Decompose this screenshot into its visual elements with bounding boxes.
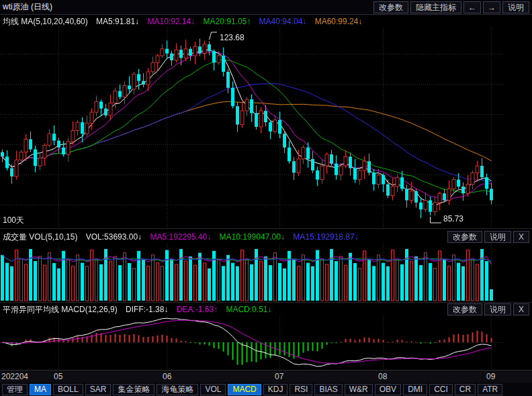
macd-indicator-row: 平滑异同平均线 MACD(12,26,9) DIFF:-1.38↓ DEA:-1… bbox=[3, 304, 277, 315]
ma5-value: MA5:91.81↓ bbox=[96, 17, 139, 26]
vol-change-params-button[interactable]: 改参数 bbox=[447, 231, 482, 243]
ma10-value: MA10:92.14↓ bbox=[147, 17, 195, 26]
scroll-right-icon[interactable]: → bbox=[483, 1, 500, 13]
ma60-value: MA60:99.24↓ bbox=[315, 17, 363, 26]
change-params-button[interactable]: 改参数 bbox=[373, 1, 408, 13]
chart-canvas[interactable] bbox=[0, 0, 532, 396]
vol-ma5-value: MA5:192295.40↓ bbox=[150, 232, 211, 242]
x-axis: 2022040506070809 bbox=[0, 370, 532, 383]
macd-change-params-button[interactable]: 改参数 bbox=[447, 303, 482, 315]
tab-vol[interactable]: VOL bbox=[200, 384, 226, 395]
trading-app-window: wti原油 (日线) 改参数 隐藏主指标 ← → 说明 均线 MA(5,10,2… bbox=[0, 0, 532, 396]
vol-label: 成交量 VOL(5,10,15) bbox=[3, 232, 77, 242]
tab-kdj[interactable]: KDJ bbox=[263, 384, 288, 395]
ma-label: 均线 MA(5,10,20,40,60) bbox=[3, 17, 88, 26]
tab-rsi[interactable]: RSI bbox=[290, 384, 312, 395]
axis-tick: 06 bbox=[163, 372, 171, 381]
ma-indicator-row: 均线 MA(5,10,20,40,60) MA5:91.81↓ MA10:92.… bbox=[3, 16, 368, 28]
axis-tick: 05 bbox=[54, 372, 62, 381]
low-price-label: 85.73 bbox=[443, 214, 463, 224]
axis-tick: 08 bbox=[378, 372, 387, 381]
help-button[interactable]: 说明 bbox=[502, 1, 529, 13]
tab-bar: 管理MABOLLSAR集金策略海龟策略VOLMACDKDJRSIBIASW&RO… bbox=[0, 383, 532, 396]
axis-tick: 09 bbox=[486, 372, 495, 381]
tab-wr[interactable]: W&R bbox=[345, 384, 373, 395]
title-bar: wti原油 (日线) 改参数 隐藏主指标 ← → 说明 bbox=[0, 0, 532, 15]
tab-boll[interactable]: BOLL bbox=[53, 384, 83, 395]
tab-sar[interactable]: SAR bbox=[85, 384, 112, 395]
vol-ma10-value: MA10:199047.00↓ bbox=[220, 232, 285, 242]
title-bar-buttons: 改参数 隐藏主指标 ← → 说明 bbox=[373, 1, 529, 13]
tab-haigui[interactable]: 海龟策略 bbox=[157, 384, 198, 395]
macd-label: 平滑异同平均线 MACD(12,26,9) bbox=[3, 305, 118, 314]
vol-close-icon[interactable]: X bbox=[513, 231, 529, 243]
ma20-value: MA20:91.05↑ bbox=[204, 17, 251, 26]
tab-atr[interactable]: ATR bbox=[478, 384, 502, 395]
pane-separator bbox=[0, 228, 532, 229]
pane-separator bbox=[0, 302, 532, 303]
tab-dmi[interactable]: DMI bbox=[403, 384, 427, 395]
vol-help-button[interactable]: 说明 bbox=[484, 231, 511, 243]
volume-indicator-row: 成交量 VOL(5,10,15) VOL:53693.00↓ MA5:19229… bbox=[3, 232, 365, 243]
macd-close-icon[interactable]: X bbox=[513, 303, 529, 315]
tab-obv[interactable]: OBV bbox=[375, 384, 401, 395]
axis-tick: 202204 bbox=[1, 372, 28, 381]
tab-cci[interactable]: CCI bbox=[429, 384, 453, 395]
tab-macd[interactable]: MACD bbox=[228, 384, 261, 395]
macd-value: MACD:0.51↓ bbox=[226, 305, 271, 314]
macd-pane-buttons: 改参数 说明 X bbox=[447, 303, 529, 315]
tab-cr[interactable]: CR bbox=[455, 384, 476, 395]
macd-help-button[interactable]: 说明 bbox=[484, 303, 511, 315]
peak-price-label: 123.68 bbox=[220, 33, 245, 42]
hide-main-indicator-button[interactable]: 隐藏主指标 bbox=[410, 1, 461, 13]
tab-jijin[interactable]: 集金策略 bbox=[113, 384, 154, 395]
vol-ma15-value: MA15:192918.87↓ bbox=[293, 232, 358, 242]
tab-ma[interactable]: MA bbox=[30, 384, 51, 395]
tab-manage[interactable]: 管理 bbox=[2, 384, 28, 395]
axis-tick: 07 bbox=[275, 372, 283, 381]
vol-value: VOL:53693.00↓ bbox=[86, 232, 142, 242]
diff-value: DIFF:-1.38↓ bbox=[126, 305, 168, 314]
visible-days-label: 100天 bbox=[3, 215, 24, 226]
volume-pane-buttons: 改参数 说明 X bbox=[447, 231, 529, 243]
tab-bias[interactable]: BIAS bbox=[314, 384, 342, 395]
dea-value: DEA:-1.63↑ bbox=[177, 305, 218, 314]
scroll-left-icon[interactable]: ← bbox=[463, 1, 481, 13]
page-title: wti原油 (日线) bbox=[3, 1, 52, 13]
ma40-value: MA40:94.04↓ bbox=[259, 17, 307, 26]
